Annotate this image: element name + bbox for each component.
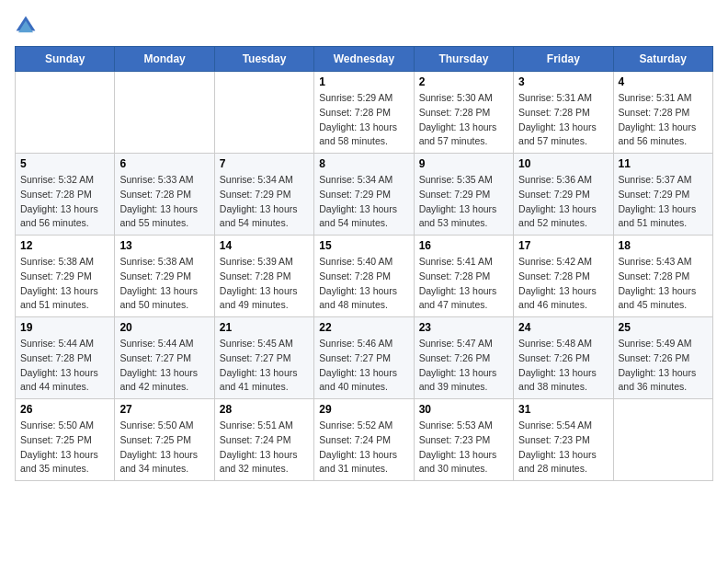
day-info: Sunrise: 5:37 AMSunset: 7:29 PMDaylight:… bbox=[619, 173, 708, 231]
calendar-cell: 7 Sunrise: 5:34 AMSunset: 7:29 PMDayligh… bbox=[214, 154, 313, 236]
day-number: 29 bbox=[319, 403, 408, 416]
day-info: Sunrise: 5:34 AMSunset: 7:29 PMDaylight:… bbox=[319, 173, 408, 231]
day-info: Sunrise: 5:46 AMSunset: 7:27 PMDaylight:… bbox=[319, 337, 408, 395]
day-number: 4 bbox=[619, 75, 708, 88]
day-info: Sunrise: 5:40 AMSunset: 7:28 PMDaylight:… bbox=[319, 255, 408, 313]
day-info: Sunrise: 5:51 AMSunset: 7:24 PMDaylight:… bbox=[220, 419, 309, 477]
day-info: Sunrise: 5:52 AMSunset: 7:24 PMDaylight:… bbox=[319, 419, 408, 477]
day-number: 31 bbox=[518, 403, 608, 416]
day-info: Sunrise: 5:35 AMSunset: 7:29 PMDaylight:… bbox=[419, 173, 508, 231]
day-number: 1 bbox=[319, 75, 408, 88]
day-number: 15 bbox=[319, 239, 408, 252]
day-number: 7 bbox=[220, 157, 309, 170]
day-info: Sunrise: 5:53 AMSunset: 7:23 PMDaylight:… bbox=[419, 419, 508, 477]
day-number: 9 bbox=[419, 157, 508, 170]
calendar-cell: 31 Sunrise: 5:54 AMSunset: 7:23 PMDaylig… bbox=[514, 399, 613, 481]
day-info: Sunrise: 5:48 AMSunset: 7:26 PMDaylight:… bbox=[518, 337, 608, 395]
calendar-cell: 13 Sunrise: 5:38 AMSunset: 7:29 PMDaylig… bbox=[115, 236, 214, 317]
calendar-cell: 29 Sunrise: 5:52 AMSunset: 7:24 PMDaylig… bbox=[314, 399, 414, 481]
calendar-cell: 18 Sunrise: 5:43 AMSunset: 7:28 PMDaylig… bbox=[613, 236, 712, 317]
day-header: Wednesday bbox=[314, 47, 414, 72]
day-info: Sunrise: 5:38 AMSunset: 7:29 PMDaylight:… bbox=[20, 255, 109, 313]
day-header: Tuesday bbox=[214, 47, 313, 72]
calendar-cell: 25 Sunrise: 5:49 AMSunset: 7:26 PMDaylig… bbox=[613, 317, 712, 399]
calendar-cell: 12 Sunrise: 5:38 AMSunset: 7:29 PMDaylig… bbox=[16, 236, 115, 317]
calendar-cell bbox=[16, 72, 115, 154]
calendar-cell: 24 Sunrise: 5:48 AMSunset: 7:26 PMDaylig… bbox=[514, 317, 613, 399]
day-number: 24 bbox=[518, 321, 608, 334]
header-row: SundayMondayTuesdayWednesdayThursdayFrid… bbox=[16, 47, 713, 72]
day-number: 21 bbox=[220, 321, 309, 334]
calendar-cell: 9 Sunrise: 5:35 AMSunset: 7:29 PMDayligh… bbox=[414, 154, 513, 236]
calendar-cell: 4 Sunrise: 5:31 AMSunset: 7:28 PMDayligh… bbox=[613, 72, 712, 154]
day-info: Sunrise: 5:31 AMSunset: 7:28 PMDaylight:… bbox=[518, 91, 608, 149]
day-number: 6 bbox=[119, 157, 209, 170]
day-number: 30 bbox=[419, 403, 508, 416]
day-number: 25 bbox=[619, 321, 708, 334]
calendar-cell: 15 Sunrise: 5:40 AMSunset: 7:28 PMDaylig… bbox=[314, 236, 414, 317]
day-number: 23 bbox=[419, 321, 508, 334]
day-info: Sunrise: 5:36 AMSunset: 7:29 PMDaylight:… bbox=[518, 173, 608, 231]
day-info: Sunrise: 5:54 AMSunset: 7:23 PMDaylight:… bbox=[518, 419, 608, 477]
day-header: Sunday bbox=[16, 47, 115, 72]
calendar-cell: 8 Sunrise: 5:34 AMSunset: 7:29 PMDayligh… bbox=[314, 154, 414, 236]
day-number: 22 bbox=[319, 321, 408, 334]
day-number: 17 bbox=[518, 239, 608, 252]
day-number: 2 bbox=[419, 75, 508, 88]
calendar-cell: 27 Sunrise: 5:50 AMSunset: 7:25 PMDaylig… bbox=[115, 399, 214, 481]
calendar-cell: 19 Sunrise: 5:44 AMSunset: 7:28 PMDaylig… bbox=[16, 317, 115, 399]
day-info: Sunrise: 5:33 AMSunset: 7:28 PMDaylight:… bbox=[119, 173, 209, 231]
day-number: 27 bbox=[119, 403, 209, 416]
day-number: 18 bbox=[619, 239, 708, 252]
day-number: 11 bbox=[619, 157, 708, 170]
day-number: 26 bbox=[20, 403, 109, 416]
day-info: Sunrise: 5:30 AMSunset: 7:28 PMDaylight:… bbox=[419, 91, 508, 149]
day-info: Sunrise: 5:47 AMSunset: 7:26 PMDaylight:… bbox=[419, 337, 508, 395]
calendar-cell: 30 Sunrise: 5:53 AMSunset: 7:23 PMDaylig… bbox=[414, 399, 513, 481]
day-number: 10 bbox=[518, 157, 608, 170]
day-info: Sunrise: 5:29 AMSunset: 7:28 PMDaylight:… bbox=[319, 91, 408, 149]
calendar-table: SundayMondayTuesdayWednesdayThursdayFrid… bbox=[15, 46, 713, 481]
calendar-week-row: 5 Sunrise: 5:32 AMSunset: 7:28 PMDayligh… bbox=[16, 154, 713, 236]
day-header: Thursday bbox=[414, 47, 513, 72]
calendar-cell: 28 Sunrise: 5:51 AMSunset: 7:24 PMDaylig… bbox=[214, 399, 313, 481]
day-info: Sunrise: 5:32 AMSunset: 7:28 PMDaylight:… bbox=[20, 173, 109, 231]
day-info: Sunrise: 5:44 AMSunset: 7:27 PMDaylight:… bbox=[119, 337, 209, 395]
calendar-cell: 21 Sunrise: 5:45 AMSunset: 7:27 PMDaylig… bbox=[214, 317, 313, 399]
day-number: 14 bbox=[220, 239, 309, 252]
calendar-cell: 6 Sunrise: 5:33 AMSunset: 7:28 PMDayligh… bbox=[115, 154, 214, 236]
calendar-cell: 23 Sunrise: 5:47 AMSunset: 7:26 PMDaylig… bbox=[414, 317, 513, 399]
day-info: Sunrise: 5:44 AMSunset: 7:28 PMDaylight:… bbox=[20, 337, 109, 395]
day-info: Sunrise: 5:41 AMSunset: 7:28 PMDaylight:… bbox=[419, 255, 508, 313]
calendar-week-row: 26 Sunrise: 5:50 AMSunset: 7:25 PMDaylig… bbox=[16, 399, 713, 481]
day-info: Sunrise: 5:50 AMSunset: 7:25 PMDaylight:… bbox=[20, 419, 109, 477]
calendar-cell: 1 Sunrise: 5:29 AMSunset: 7:28 PMDayligh… bbox=[314, 72, 414, 154]
calendar-cell bbox=[613, 399, 712, 481]
calendar-week-row: 19 Sunrise: 5:44 AMSunset: 7:28 PMDaylig… bbox=[16, 317, 713, 399]
logo bbox=[15, 15, 40, 37]
day-number: 5 bbox=[20, 157, 109, 170]
calendar-cell: 2 Sunrise: 5:30 AMSunset: 7:28 PMDayligh… bbox=[414, 72, 513, 154]
calendar-cell: 22 Sunrise: 5:46 AMSunset: 7:27 PMDaylig… bbox=[314, 317, 414, 399]
day-info: Sunrise: 5:42 AMSunset: 7:28 PMDaylight:… bbox=[518, 255, 608, 313]
day-number: 8 bbox=[319, 157, 408, 170]
calendar-cell: 11 Sunrise: 5:37 AMSunset: 7:29 PMDaylig… bbox=[613, 154, 712, 236]
day-number: 12 bbox=[20, 239, 109, 252]
day-number: 3 bbox=[518, 75, 608, 88]
calendar-cell: 5 Sunrise: 5:32 AMSunset: 7:28 PMDayligh… bbox=[16, 154, 115, 236]
day-header: Monday bbox=[115, 47, 214, 72]
calendar-cell: 10 Sunrise: 5:36 AMSunset: 7:29 PMDaylig… bbox=[514, 154, 613, 236]
day-number: 16 bbox=[419, 239, 508, 252]
day-info: Sunrise: 5:43 AMSunset: 7:28 PMDaylight:… bbox=[619, 255, 708, 313]
calendar-cell bbox=[115, 72, 214, 154]
page-header bbox=[15, 15, 713, 37]
logo-icon bbox=[15, 15, 37, 37]
day-info: Sunrise: 5:39 AMSunset: 7:28 PMDaylight:… bbox=[220, 255, 309, 313]
calendar-cell: 26 Sunrise: 5:50 AMSunset: 7:25 PMDaylig… bbox=[16, 399, 115, 481]
calendar-cell: 17 Sunrise: 5:42 AMSunset: 7:28 PMDaylig… bbox=[514, 236, 613, 317]
calendar-cell: 16 Sunrise: 5:41 AMSunset: 7:28 PMDaylig… bbox=[414, 236, 513, 317]
day-info: Sunrise: 5:34 AMSunset: 7:29 PMDaylight:… bbox=[220, 173, 309, 231]
calendar-cell: 3 Sunrise: 5:31 AMSunset: 7:28 PMDayligh… bbox=[514, 72, 613, 154]
day-number: 19 bbox=[20, 321, 109, 334]
day-info: Sunrise: 5:45 AMSunset: 7:27 PMDaylight:… bbox=[220, 337, 309, 395]
